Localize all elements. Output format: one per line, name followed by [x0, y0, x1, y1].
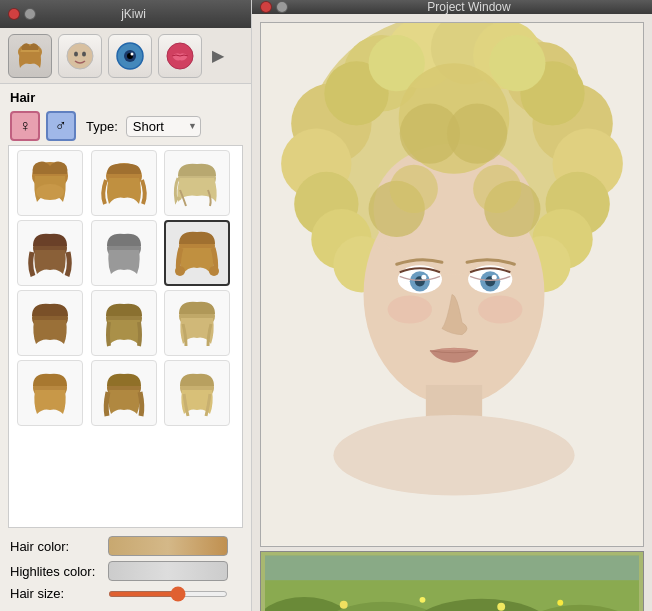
toolbar: ▶: [0, 28, 251, 84]
hair-style-12-icon: [170, 366, 224, 420]
hair-item-1[interactable]: [17, 150, 83, 216]
hair-size-slider-container: [108, 591, 241, 597]
portrait-svg: [261, 23, 643, 546]
type-label: Type:: [86, 119, 118, 134]
svg-point-45: [489, 35, 545, 91]
minimize-button[interactable]: [24, 8, 36, 20]
svg-rect-76: [265, 555, 639, 580]
male-gender-button[interactable]: ♂: [46, 111, 76, 141]
right-panel: Project Window: [252, 0, 652, 611]
eyes-icon: [114, 40, 146, 72]
hair-style-1-icon: [23, 156, 77, 210]
right-close-button[interactable]: [260, 1, 272, 13]
male-icon: ♂: [55, 117, 67, 135]
svg-point-58: [388, 295, 432, 323]
svg-point-63: [473, 165, 521, 213]
type-select-wrapper: Short Long Medium Curly Straight: [124, 116, 201, 137]
hair-item-4[interactable]: [17, 220, 83, 286]
hair-size-row: Hair size:: [10, 586, 241, 601]
hair-size-label: Hair size:: [10, 586, 100, 601]
hair-style-2-icon: [97, 156, 151, 210]
project-content: [252, 14, 652, 611]
bottom-controls: Hair color: Highlites color: Hair size:: [0, 528, 251, 611]
lips-button[interactable]: [158, 34, 202, 78]
hair-style-4-icon: [23, 226, 77, 280]
hair-item-9[interactable]: [164, 290, 230, 356]
thumbnail-strip-svg: [265, 555, 639, 611]
type-select[interactable]: Short Long Medium Curly Straight: [126, 116, 201, 137]
svg-point-53: [421, 275, 426, 280]
hair-item-7[interactable]: [17, 290, 83, 356]
svg-point-62: [390, 165, 438, 213]
hair-style-8-icon: [97, 296, 151, 350]
thumbnail-strip: [260, 551, 644, 611]
right-title-bar: Project Window: [252, 0, 652, 14]
svg-point-66: [447, 103, 507, 163]
svg-point-57: [492, 275, 497, 280]
hair-style-button[interactable]: [8, 34, 52, 78]
svg-point-4: [82, 51, 86, 56]
svg-point-2: [67, 43, 93, 69]
svg-point-8: [131, 52, 134, 55]
hair-color-swatch[interactable]: [108, 536, 228, 556]
hair-item-5[interactable]: [91, 220, 157, 286]
hair-item-10[interactable]: [17, 360, 83, 426]
lips-icon: [164, 40, 196, 72]
hair-item-2[interactable]: [91, 150, 157, 216]
highlights-color-label: Highlites color:: [10, 564, 100, 579]
hair-color-row: Hair color:: [10, 536, 241, 556]
svg-point-72: [340, 601, 348, 609]
section-label: Hair: [0, 84, 251, 107]
hair-size-slider[interactable]: [108, 591, 228, 597]
svg-point-11: [36, 184, 64, 200]
face-button[interactable]: [58, 34, 102, 78]
svg-point-49: [333, 415, 574, 495]
hair-style-9-icon: [170, 296, 224, 350]
hair-style-5-icon: [97, 226, 151, 280]
svg-point-74: [497, 603, 505, 611]
hair-item-12[interactable]: [164, 360, 230, 426]
hair-item-3[interactable]: [164, 150, 230, 216]
window-controls: [8, 8, 36, 20]
left-window-title: jKiwi: [42, 7, 225, 21]
right-window-controls: [260, 1, 288, 13]
hair-color-label: Hair color:: [10, 539, 100, 554]
hair-style-11-icon: [97, 366, 151, 420]
left-title-bar: jKiwi: [0, 0, 251, 28]
hair-grid-container: [8, 145, 243, 528]
hair-style-10-icon: [23, 366, 77, 420]
highlights-color-row: Highlites color:: [10, 561, 241, 581]
hair-item-8[interactable]: [91, 290, 157, 356]
hair-item-11[interactable]: [91, 360, 157, 426]
right-minimize-button[interactable]: [276, 1, 288, 13]
hair-style-7-icon: [23, 296, 77, 350]
hair-style-3-icon: [170, 156, 224, 210]
svg-point-17: [175, 266, 185, 276]
type-row: ♀ ♂ Type: Short Long Medium Curly Straig…: [0, 107, 251, 145]
face-icon: [64, 40, 96, 72]
svg-point-73: [420, 597, 426, 603]
svg-point-59: [478, 295, 522, 323]
female-gender-button[interactable]: ♀: [10, 111, 40, 141]
female-icon: ♀: [19, 117, 31, 135]
left-panel: jKiwi: [0, 0, 252, 611]
more-button[interactable]: ▶: [208, 42, 228, 69]
hair-grid: [17, 150, 234, 426]
hair-icon: [14, 40, 46, 72]
svg-point-75: [557, 600, 563, 606]
close-button[interactable]: [8, 8, 20, 20]
hair-style-6-icon: [170, 226, 224, 280]
eyes-button[interactable]: [108, 34, 152, 78]
svg-point-3: [74, 51, 78, 56]
hair-item-6[interactable]: [164, 220, 230, 286]
right-window-title: Project Window: [294, 0, 644, 14]
svg-point-18: [209, 266, 219, 276]
highlights-color-swatch[interactable]: [108, 561, 228, 581]
portrait-area: [260, 22, 644, 547]
